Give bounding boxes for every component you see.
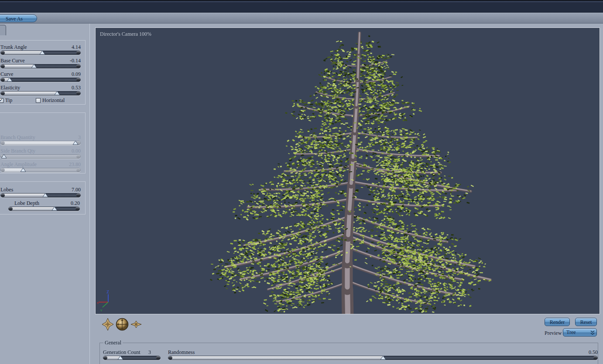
slider-handle[interactable] xyxy=(55,91,60,97)
slider-handle[interactable] xyxy=(380,355,386,362)
slider-label: Curve xyxy=(0,71,13,77)
tree-render-canvas[interactable] xyxy=(96,28,600,314)
slider-value: 3 xyxy=(78,135,81,140)
trackball-camera-icon[interactable] xyxy=(116,318,129,331)
slider-handle[interactable] xyxy=(1,154,7,160)
reset-button[interactable]: Reset xyxy=(575,318,597,326)
slider-value: 7.00 xyxy=(72,187,81,192)
slider-cap-right xyxy=(76,65,80,68)
trunk-settings-group: Trunk Angle4.14Base Curve-0.14Curve0.09E… xyxy=(0,40,86,105)
preview-dropdown-value: Tree xyxy=(566,329,576,335)
slider-cap-right xyxy=(76,51,80,54)
slider-cap-right xyxy=(593,356,597,360)
slider-handle[interactable] xyxy=(118,355,123,362)
tree-editor-window: Save As Trunk Angle4.14Base Curve-0.14Cu… xyxy=(0,0,603,364)
window-title-bar xyxy=(0,0,603,13)
slider-fill xyxy=(168,356,383,360)
slider-cap-left xyxy=(1,194,5,197)
slider-track[interactable] xyxy=(8,207,80,211)
slider-label: Lobe Depth xyxy=(8,201,39,206)
slider-fill xyxy=(1,194,45,197)
slider-label: Trunk Angle xyxy=(0,44,27,50)
slider-handle[interactable] xyxy=(52,206,57,213)
slider-base-curve: Base Curve-0.14 xyxy=(0,58,81,68)
checkbox-tip[interactable] xyxy=(0,98,3,103)
slider-label: Lobes xyxy=(0,187,13,192)
slider-elasticity: Elasticity0.53 xyxy=(0,85,81,95)
preview-dropdown[interactable]: Tree xyxy=(563,328,597,337)
slider-label: Base Curve xyxy=(0,58,25,63)
camera-tools xyxy=(102,318,142,331)
slider-track[interactable] xyxy=(0,154,81,159)
axis-gizmo-icon: Z x y xyxy=(97,289,117,312)
checkbox-horizontal[interactable] xyxy=(36,98,41,103)
preview-label: Preview xyxy=(545,330,562,337)
slider-curve: Curve0.09 xyxy=(0,71,81,82)
slider-branch-quantity: Branch Quantity3 xyxy=(0,135,81,145)
slider-track[interactable] xyxy=(0,193,81,197)
toolbar: Save As xyxy=(0,13,603,24)
slider-lobes: Lobes7.00 xyxy=(0,187,81,197)
slider-value: 23.80 xyxy=(69,162,81,167)
general-group-legend: General xyxy=(103,340,123,346)
checkbox-label: Horizontal xyxy=(42,98,65,103)
slider-randomness: Randomness0.50 xyxy=(168,350,598,360)
save-as-button[interactable]: Save As xyxy=(0,14,37,22)
slider-track[interactable] xyxy=(0,141,81,145)
slider-generation-count: Generation Count3 xyxy=(103,350,161,360)
general-group: General Generation Count3 Randomness0.50 xyxy=(99,343,598,364)
slider-side-branch-qty: Side Branch Qty0.00 xyxy=(0,148,81,159)
slider-track[interactable] xyxy=(0,51,81,55)
slider-track[interactable] xyxy=(168,356,598,360)
checkbox-label: Tip xyxy=(5,98,12,103)
slider-fill xyxy=(9,207,55,211)
slider-track[interactable] xyxy=(0,64,81,68)
slider-fill xyxy=(1,92,57,95)
slider-value: 4.14 xyxy=(72,44,81,50)
slider-label: Generation Count xyxy=(103,350,140,355)
slider-cap-right xyxy=(76,194,80,197)
slider-cap-right xyxy=(156,356,160,360)
slider-value: 0.09 xyxy=(72,71,81,77)
slider-track[interactable] xyxy=(103,356,161,360)
pan-camera-icon[interactable] xyxy=(102,318,114,331)
render-button[interactable]: Render xyxy=(545,318,570,326)
slider-cap-right xyxy=(76,78,80,82)
slider-fill xyxy=(1,141,75,145)
slider-track[interactable] xyxy=(0,78,81,82)
slider-track[interactable] xyxy=(0,91,81,95)
slider-track[interactable] xyxy=(0,168,81,172)
slider-cap-left xyxy=(1,65,5,68)
slider-handle[interactable] xyxy=(21,167,26,174)
slider-label: Branch Quantity xyxy=(0,135,35,140)
slider-cap-left xyxy=(1,78,5,82)
slider-fill xyxy=(1,65,34,68)
slider-handle[interactable] xyxy=(31,64,37,70)
slider-handle[interactable] xyxy=(73,140,78,147)
slider-cap-left xyxy=(1,168,5,172)
slider-value: 0.00 xyxy=(72,148,81,153)
slider-lobe-depth: Lobe Depth0.20 xyxy=(8,201,80,211)
slider-handle[interactable] xyxy=(7,77,12,84)
slider-angle-amplitude: Angle Amplitude23.80 xyxy=(0,162,81,172)
slider-value: 0.20 xyxy=(71,201,80,206)
slider-cap-left xyxy=(103,356,107,360)
slider-handle[interactable] xyxy=(40,50,45,57)
axis-y-label: y xyxy=(100,308,103,312)
panel-divider xyxy=(89,24,90,364)
3d-viewport[interactable]: Director's Camera 100% Z x y xyxy=(95,27,600,314)
slider-cap-left xyxy=(1,141,5,145)
slider-cap-left xyxy=(1,92,5,95)
slider-cap-right xyxy=(76,155,80,158)
slider-cap-right xyxy=(76,168,80,172)
slider-fill xyxy=(1,51,42,54)
slider-cap-right xyxy=(75,207,79,211)
slider-cap-left xyxy=(9,207,13,211)
slider-cap-left xyxy=(1,51,5,54)
slider-trunk-angle: Trunk Angle4.14 xyxy=(0,44,81,55)
panel-tab-stub[interactable] xyxy=(0,25,6,35)
dolly-camera-icon[interactable] xyxy=(130,320,142,328)
slider-value: 3 xyxy=(148,350,151,355)
slider-handle[interactable] xyxy=(43,193,48,199)
branch-settings-group: Branch Quantity3Side Branch Qty0.00Angle… xyxy=(0,112,86,173)
